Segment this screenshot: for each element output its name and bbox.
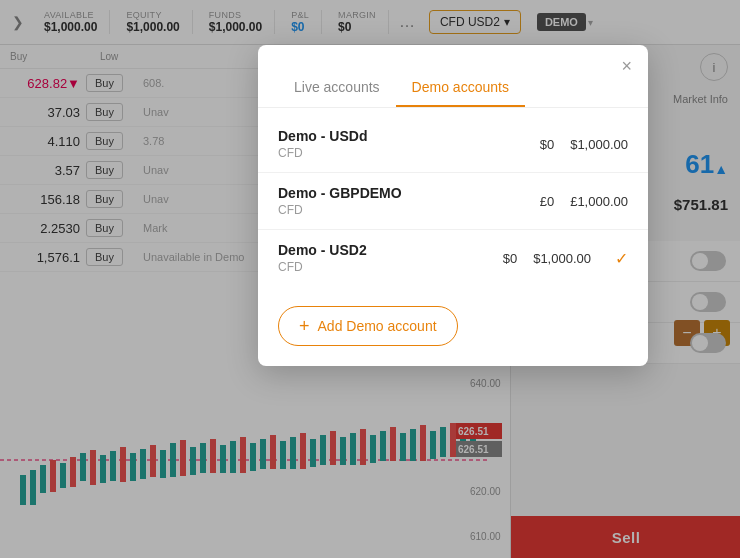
- account-type-1: CFD: [278, 146, 367, 160]
- add-icon: +: [299, 317, 310, 335]
- account-balance1-1: $0: [540, 137, 554, 152]
- account-values-3: $0 $1,000.00 ✓: [503, 249, 628, 268]
- account-values-2: £0 £1,000.00: [540, 194, 628, 209]
- account-info-3: Demo - USD2 CFD: [278, 242, 367, 274]
- account-balance1-3: $0: [503, 251, 517, 266]
- account-name-2: Demo - GBPDEMO: [278, 185, 402, 201]
- account-balance1-2: £0: [540, 194, 554, 209]
- account-item-3[interactable]: Demo - USD2 CFD $0 $1,000.00 ✓: [258, 230, 648, 286]
- account-values-1: $0 $1,000.00: [540, 137, 628, 152]
- add-demo-account-button[interactable]: + Add Demo account: [278, 306, 458, 346]
- active-check-icon: ✓: [615, 249, 628, 268]
- account-info-1: Demo - USDd CFD: [278, 128, 367, 160]
- account-item-2[interactable]: Demo - GBPDEMO CFD £0 £1,000.00: [258, 173, 648, 230]
- account-balance2-2: £1,000.00: [570, 194, 628, 209]
- tab-live-accounts[interactable]: Live accounts: [278, 69, 396, 107]
- modal-header: ×: [258, 45, 648, 61]
- account-tabs: Live accounts Demo accounts: [258, 69, 648, 108]
- account-type-3: CFD: [278, 260, 367, 274]
- account-balance2-3: $1,000.00: [533, 251, 591, 266]
- tab-demo-accounts[interactable]: Demo accounts: [396, 69, 525, 107]
- account-row-1: Demo - USDd CFD $0 $1,000.00: [278, 128, 628, 160]
- accounts-modal: × Live accounts Demo accounts Demo - USD…: [258, 45, 648, 366]
- account-info-2: Demo - GBPDEMO CFD: [278, 185, 402, 217]
- account-row-3: Demo - USD2 CFD $0 $1,000.00 ✓: [278, 242, 628, 274]
- account-name-1: Demo - USDd: [278, 128, 367, 144]
- account-item-1[interactable]: Demo - USDd CFD $0 $1,000.00: [258, 116, 648, 173]
- account-balance2-1: $1,000.00: [570, 137, 628, 152]
- demo-accounts-list: Demo - USDd CFD $0 $1,000.00 Demo - GBPD…: [258, 108, 648, 294]
- add-account-label: Add Demo account: [318, 318, 437, 334]
- account-type-2: CFD: [278, 203, 402, 217]
- account-row-2: Demo - GBPDEMO CFD £0 £1,000.00: [278, 185, 628, 217]
- account-name-3: Demo - USD2: [278, 242, 367, 258]
- close-button[interactable]: ×: [621, 57, 632, 75]
